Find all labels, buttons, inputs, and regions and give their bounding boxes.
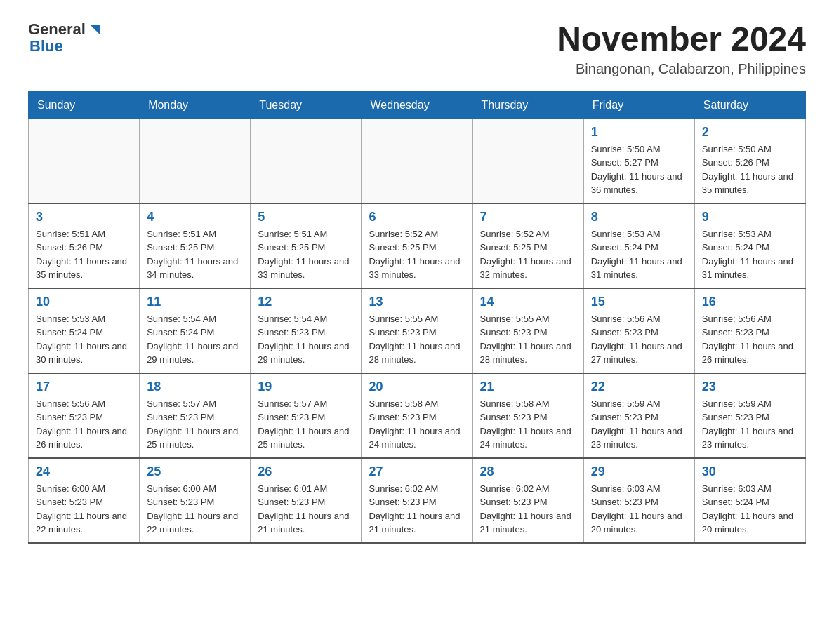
day-info: Sunrise: 5:54 AM Sunset: 5:24 PM Dayligh…: [147, 312, 243, 367]
day-info: Sunrise: 5:53 AM Sunset: 5:24 PM Dayligh…: [702, 227, 798, 282]
weekday-header-thursday: Thursday: [472, 91, 583, 119]
calendar-cell: 19Sunrise: 5:57 AM Sunset: 5:23 PM Dayli…: [251, 373, 362, 458]
day-info: Sunrise: 5:56 AM Sunset: 5:23 PM Dayligh…: [36, 397, 132, 452]
day-number: 14: [480, 295, 576, 309]
day-number: 24: [36, 464, 132, 479]
weekday-header-tuesday: Tuesday: [251, 91, 362, 119]
calendar-cell: 3Sunrise: 5:51 AM Sunset: 5:26 PM Daylig…: [29, 203, 140, 288]
calendar-cell: 18Sunrise: 5:57 AM Sunset: 5:23 PM Dayli…: [140, 373, 251, 458]
day-number: 20: [369, 380, 465, 394]
calendar-table: SundayMondayTuesdayWednesdayThursdayFrid…: [28, 91, 806, 544]
day-number: 9: [702, 210, 798, 224]
day-info: Sunrise: 5:54 AM Sunset: 5:23 PM Dayligh…: [258, 312, 354, 367]
title-block: November 2024 Binangonan, Calabarzon, Ph…: [557, 21, 806, 77]
day-number: 11: [147, 295, 243, 309]
day-number: 13: [369, 295, 465, 309]
month-title: November 2024: [557, 21, 806, 58]
calendar-cell: 26Sunrise: 6:01 AM Sunset: 5:23 PM Dayli…: [251, 458, 362, 543]
calendar-cell: [251, 119, 362, 203]
calendar-cell: 6Sunrise: 5:52 AM Sunset: 5:25 PM Daylig…: [362, 203, 472, 288]
calendar-cell: 11Sunrise: 5:54 AM Sunset: 5:24 PM Dayli…: [140, 288, 251, 373]
calendar-cell: 7Sunrise: 5:52 AM Sunset: 5:25 PM Daylig…: [472, 203, 583, 288]
day-info: Sunrise: 5:55 AM Sunset: 5:23 PM Dayligh…: [369, 312, 465, 367]
day-number: 12: [258, 295, 354, 309]
day-number: 28: [480, 464, 576, 479]
calendar-cell: 4Sunrise: 5:51 AM Sunset: 5:25 PM Daylig…: [140, 203, 251, 288]
day-number: 30: [702, 464, 798, 479]
calendar-cell: 9Sunrise: 5:53 AM Sunset: 5:24 PM Daylig…: [694, 203, 805, 288]
calendar-cell: 2Sunrise: 5:50 AM Sunset: 5:26 PM Daylig…: [694, 119, 805, 203]
day-number: 27: [369, 464, 465, 479]
day-number: 19: [258, 380, 354, 394]
calendar-cell: 28Sunrise: 6:02 AM Sunset: 5:23 PM Dayli…: [472, 458, 583, 543]
day-info: Sunrise: 5:59 AM Sunset: 5:23 PM Dayligh…: [702, 397, 798, 452]
day-number: 29: [591, 464, 687, 479]
calendar-cell: [140, 119, 251, 203]
day-number: 18: [147, 380, 243, 394]
calendar-cell: 8Sunrise: 5:53 AM Sunset: 5:24 PM Daylig…: [583, 203, 694, 288]
day-info: Sunrise: 5:55 AM Sunset: 5:23 PM Dayligh…: [480, 312, 576, 367]
weekday-header-monday: Monday: [140, 91, 251, 119]
day-number: 17: [36, 380, 132, 394]
logo-general-text: General: [28, 21, 86, 38]
day-info: Sunrise: 5:51 AM Sunset: 5:25 PM Dayligh…: [258, 227, 354, 282]
calendar-cell: 30Sunrise: 6:03 AM Sunset: 5:24 PM Dayli…: [694, 458, 805, 543]
weekday-header-saturday: Saturday: [694, 91, 805, 119]
day-info: Sunrise: 5:58 AM Sunset: 5:23 PM Dayligh…: [480, 397, 576, 452]
day-info: Sunrise: 5:53 AM Sunset: 5:24 PM Dayligh…: [591, 227, 687, 282]
calendar-cell: 22Sunrise: 5:59 AM Sunset: 5:23 PM Dayli…: [583, 373, 694, 458]
day-number: 25: [147, 464, 243, 479]
calendar-cell: 24Sunrise: 6:00 AM Sunset: 5:23 PM Dayli…: [29, 458, 140, 543]
day-info: Sunrise: 6:02 AM Sunset: 5:23 PM Dayligh…: [480, 482, 576, 537]
day-number: 21: [480, 380, 576, 394]
calendar-cell: 1Sunrise: 5:50 AM Sunset: 5:27 PM Daylig…: [583, 119, 694, 203]
day-info: Sunrise: 5:56 AM Sunset: 5:23 PM Dayligh…: [591, 312, 687, 367]
page-header: General Blue November 2024 Binangonan, C…: [28, 21, 806, 77]
day-info: Sunrise: 5:51 AM Sunset: 5:26 PM Dayligh…: [36, 227, 132, 282]
day-info: Sunrise: 5:57 AM Sunset: 5:23 PM Dayligh…: [147, 397, 243, 452]
day-number: 26: [258, 464, 354, 479]
day-info: Sunrise: 5:50 AM Sunset: 5:26 PM Dayligh…: [702, 142, 798, 197]
logo-triangle-icon: [87, 22, 102, 37]
day-info: Sunrise: 6:01 AM Sunset: 5:23 PM Dayligh…: [258, 482, 354, 537]
day-info: Sunrise: 6:00 AM Sunset: 5:23 PM Dayligh…: [36, 482, 132, 537]
day-info: Sunrise: 6:02 AM Sunset: 5:23 PM Dayligh…: [369, 482, 465, 537]
day-number: 8: [591, 210, 687, 224]
day-number: 1: [591, 125, 687, 140]
day-number: 3: [36, 210, 132, 224]
calendar-cell: 14Sunrise: 5:55 AM Sunset: 5:23 PM Dayli…: [472, 288, 583, 373]
day-info: Sunrise: 5:58 AM Sunset: 5:23 PM Dayligh…: [369, 397, 465, 452]
day-number: 23: [702, 380, 798, 394]
day-number: 16: [702, 295, 798, 309]
logo: General Blue: [28, 21, 102, 55]
weekday-header-sunday: Sunday: [29, 91, 140, 119]
day-info: Sunrise: 5:56 AM Sunset: 5:23 PM Dayligh…: [702, 312, 798, 367]
calendar-week-row: 24Sunrise: 6:00 AM Sunset: 5:23 PM Dayli…: [29, 458, 806, 543]
weekday-header-row: SundayMondayTuesdayWednesdayThursdayFrid…: [29, 91, 806, 119]
day-info: Sunrise: 5:50 AM Sunset: 5:27 PM Dayligh…: [591, 142, 687, 197]
calendar-cell: 15Sunrise: 5:56 AM Sunset: 5:23 PM Dayli…: [583, 288, 694, 373]
day-info: Sunrise: 5:53 AM Sunset: 5:24 PM Dayligh…: [36, 312, 132, 367]
day-number: 10: [36, 295, 132, 309]
weekday-header-friday: Friday: [583, 91, 694, 119]
calendar-cell: 23Sunrise: 5:59 AM Sunset: 5:23 PM Dayli…: [694, 373, 805, 458]
location-subtitle: Binangonan, Calabarzon, Philippines: [557, 61, 806, 77]
calendar-cell: [472, 119, 583, 203]
day-number: 4: [147, 210, 243, 224]
calendar-cell: 27Sunrise: 6:02 AM Sunset: 5:23 PM Dayli…: [362, 458, 472, 543]
calendar-cell: 29Sunrise: 6:03 AM Sunset: 5:23 PM Dayli…: [583, 458, 694, 543]
day-info: Sunrise: 5:57 AM Sunset: 5:23 PM Dayligh…: [258, 397, 354, 452]
day-number: 6: [369, 210, 465, 224]
calendar-cell: 17Sunrise: 5:56 AM Sunset: 5:23 PM Dayli…: [29, 373, 140, 458]
calendar-week-row: 1Sunrise: 5:50 AM Sunset: 5:27 PM Daylig…: [29, 119, 806, 203]
svg-marker-0: [90, 25, 100, 34]
day-info: Sunrise: 5:52 AM Sunset: 5:25 PM Dayligh…: [369, 227, 465, 282]
calendar-cell: 13Sunrise: 5:55 AM Sunset: 5:23 PM Dayli…: [362, 288, 472, 373]
day-info: Sunrise: 5:52 AM Sunset: 5:25 PM Dayligh…: [480, 227, 576, 282]
calendar-week-row: 10Sunrise: 5:53 AM Sunset: 5:24 PM Dayli…: [29, 288, 806, 373]
calendar-cell: 10Sunrise: 5:53 AM Sunset: 5:24 PM Dayli…: [29, 288, 140, 373]
calendar-cell: 12Sunrise: 5:54 AM Sunset: 5:23 PM Dayli…: [251, 288, 362, 373]
day-info: Sunrise: 5:59 AM Sunset: 5:23 PM Dayligh…: [591, 397, 687, 452]
calendar-cell: 21Sunrise: 5:58 AM Sunset: 5:23 PM Dayli…: [472, 373, 583, 458]
day-number: 5: [258, 210, 354, 224]
